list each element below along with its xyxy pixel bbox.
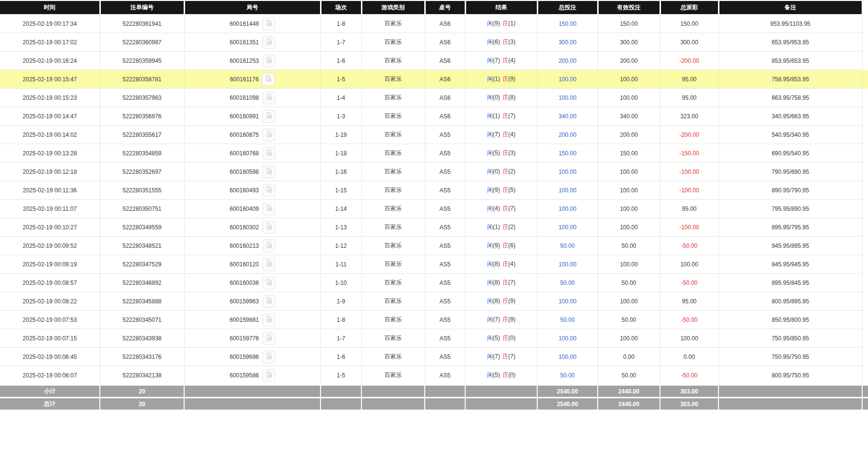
bet-id: 522280342138 <box>122 372 161 379</box>
round-detail-button[interactable] <box>263 295 275 308</box>
table-row[interactable]: 2025-02-19 00:12:18522280352697600160598… <box>0 163 868 181</box>
game-type: 百家乐 <box>384 168 402 175</box>
valid-bet-cell: 100.00 <box>598 89 660 107</box>
summary-empty-result <box>465 385 537 398</box>
table-row[interactable]: 2025-02-19 00:13:28522280354859600160768… <box>0 144 868 163</box>
round-detail-button[interactable] <box>263 351 275 363</box>
total-bet-link[interactable]: 100.00 <box>559 187 577 194</box>
round-detail-button[interactable] <box>263 55 275 67</box>
table-row[interactable]: 2025-02-19 00:17:02522280360987600161351… <box>0 33 868 52</box>
round-detail-button[interactable] <box>263 240 275 252</box>
total-bet-link[interactable]: 150.00 <box>559 150 577 157</box>
round-detail-button[interactable] <box>263 147 275 160</box>
round-detail-button[interactable] <box>263 332 275 345</box>
bet-id: 522280345071 <box>122 317 161 323</box>
player-result-label: 闲 <box>487 20 493 27</box>
remark-value: 845.95/945.95 <box>772 261 809 268</box>
total-bet-link[interactable]: 50.00 <box>560 280 575 286</box>
total-bet-link[interactable]: 50.00 <box>560 317 575 323</box>
table-row[interactable]: 2025-02-19 00:06:45522280343176600159696… <box>0 348 868 366</box>
session-cell: 1-3 <box>321 107 361 126</box>
summary-empty-round <box>184 398 321 410</box>
total-bet-link[interactable]: 50.00 <box>560 242 575 249</box>
table-no-cell: AS5 <box>425 292 465 311</box>
round-detail-button[interactable] <box>263 18 275 30</box>
round-group: 600161176 <box>230 73 275 86</box>
total-bet-link[interactable]: 200.00 <box>559 57 577 64</box>
round-detail-button[interactable] <box>263 166 275 178</box>
round-detail-button[interactable] <box>263 277 275 289</box>
remark-value: 750.95/850.95 <box>772 335 809 342</box>
bet-records-panel: 时间注单编号局号场次游戏类别桌号结果总投注有效投注总派彩备注 2025-02-1… <box>0 0 868 410</box>
payout-value: -100.00 <box>679 224 699 231</box>
total-bet-link[interactable]: 150.00 <box>559 20 577 27</box>
total-bet-link[interactable]: 300.00 <box>559 39 577 46</box>
table-row[interactable]: 2025-02-19 00:16:24522280359945600161253… <box>0 52 868 70</box>
total-bet-link[interactable]: 100.00 <box>559 354 577 360</box>
round-detail-button[interactable] <box>263 184 275 197</box>
time-cell: 2025-02-19 00:08:22 <box>0 292 100 311</box>
total-bet-link[interactable]: 100.00 <box>559 94 577 101</box>
banker-result-label: 庄 <box>503 149 509 156</box>
table-row[interactable]: 2025-02-19 00:07:53522280345071600159881… <box>0 311 868 329</box>
player-result-points: (5) <box>493 149 500 156</box>
table-row[interactable]: 2025-02-19 00:11:07522280350751600160409… <box>0 200 868 218</box>
total-bet-link[interactable]: 100.00 <box>559 76 577 83</box>
total-bet-link[interactable]: 100.00 <box>559 261 577 268</box>
table-row[interactable]: 2025-02-19 00:15:23522280357963600161098… <box>0 89 868 107</box>
round-detail-button[interactable] <box>263 369 275 382</box>
player-result-label: 闲 <box>487 94 493 101</box>
total-bet-link[interactable]: 100.00 <box>559 298 577 305</box>
round-detail-button[interactable] <box>263 258 275 271</box>
table-row[interactable]: 2025-02-19 00:06:07522280342138600159586… <box>0 366 868 385</box>
player-result-label: 闲 <box>487 112 493 119</box>
time-cell: 2025-02-19 00:15:23 <box>0 89 100 107</box>
table-row[interactable]: 2025-02-19 00:15:47522280358781600161176… <box>0 70 868 89</box>
remark-cell: 890.95/790.95 <box>718 181 862 200</box>
round-detail-button[interactable] <box>263 36 275 49</box>
card-result-icon <box>265 260 273 269</box>
table-row[interactable]: 2025-02-19 00:08:22522280345888600159963… <box>0 292 868 311</box>
table-row[interactable]: 2025-02-19 00:07:15522280343938600159776… <box>0 329 868 348</box>
round-detail-button[interactable] <box>263 110 275 123</box>
table-row[interactable]: 2025-02-19 00:11:36522280351555600160493… <box>0 181 868 200</box>
round-detail-button[interactable] <box>263 314 275 326</box>
column-header-result: 结果 <box>465 1 537 15</box>
game-type: 百家乐 <box>384 205 402 212</box>
table-row[interactable]: 2025-02-19 00:09:19522280347529600160120… <box>0 255 868 274</box>
payout-cell: 95.00 <box>660 292 718 311</box>
payout-value: -50.00 <box>681 372 698 379</box>
table-row[interactable]: 2025-02-19 00:14:02522280355617600160875… <box>0 126 868 144</box>
total-bet-cell: 100.00 <box>537 70 598 89</box>
total-bet-link[interactable]: 200.00 <box>559 131 577 138</box>
total-bet-link[interactable]: 100.00 <box>559 168 577 175</box>
table-row[interactable]: 2025-02-19 00:08:57522280346892600160036… <box>0 274 868 292</box>
round-detail-button[interactable] <box>263 203 275 215</box>
table-row[interactable]: 2025-02-19 00:14:47522280356976600160991… <box>0 107 868 126</box>
table-row[interactable]: 2025-02-19 00:09:52522280348521600160213… <box>0 237 868 255</box>
total-bet-link[interactable]: 100.00 <box>559 335 577 342</box>
table-row[interactable]: 2025-02-19 00:10:27522280349559600160302… <box>0 218 868 237</box>
table-no-cell: AS6 <box>425 107 465 126</box>
round-group: 600160598 <box>229 166 275 178</box>
valid-bet-value: 0.00 <box>623 354 634 360</box>
time-cell: 2025-02-19 00:13:28 <box>0 144 100 163</box>
table-no-cell: AS5 <box>425 181 465 200</box>
round-detail-button[interactable] <box>262 73 275 86</box>
payout-cell: 95.00 <box>660 200 718 218</box>
total-bet-link[interactable]: 100.00 <box>559 205 577 212</box>
valid-bet-cell: 200.00 <box>598 126 660 144</box>
scrollbar-gutter <box>862 329 868 348</box>
bet-id-cell: 522280345888 <box>100 292 184 311</box>
total-bet-link[interactable]: 100.00 <box>559 224 577 231</box>
round-detail-button[interactable] <box>263 92 275 104</box>
player-result-points: (9) <box>493 20 500 27</box>
valid-bet-cell: 100.00 <box>598 292 660 311</box>
total-bet-link[interactable]: 50.00 <box>560 372 575 379</box>
total-bet-cell: 100.00 <box>537 200 598 218</box>
banker-result-points: (9) <box>509 316 516 323</box>
round-detail-button[interactable] <box>263 221 275 234</box>
total-bet-link[interactable]: 340.00 <box>559 113 577 120</box>
table-row[interactable]: 2025-02-19 00:17:34522280361941600161449… <box>0 15 868 33</box>
round-detail-button[interactable] <box>263 129 275 141</box>
